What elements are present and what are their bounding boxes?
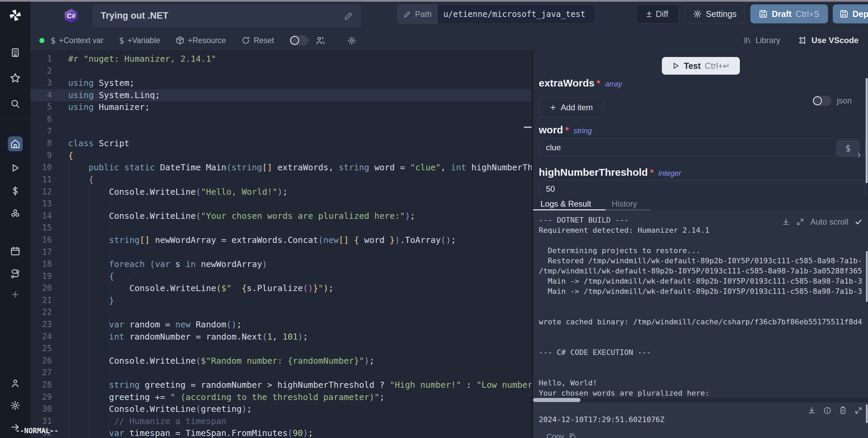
download-icon[interactable] xyxy=(808,406,816,415)
add-variable-button[interactable]: $ +Variable xyxy=(119,36,160,45)
editor-settings-gear-icon[interactable] xyxy=(347,36,356,45)
code-line[interactable] xyxy=(68,198,532,210)
highnumberthreshold-input[interactable] xyxy=(539,180,865,197)
test-button[interactable]: TestCtrl+↵ xyxy=(662,57,740,75)
code-line[interactable]: Console.WriteLine(greeting); xyxy=(68,403,532,415)
code-line[interactable]: Console.WriteLine("Your chosen words are… xyxy=(68,210,532,222)
sidebar-item-flows-route-icon[interactable] xyxy=(8,267,23,282)
json-toggle[interactable] xyxy=(812,96,831,106)
code-line[interactable]: foreach (var s in newWordArray) xyxy=(68,258,532,270)
code-line[interactable]: using Humanizer; xyxy=(68,101,532,113)
code-line[interactable] xyxy=(68,343,532,355)
diff-icon: ± xyxy=(647,9,652,19)
code-line[interactable] xyxy=(68,222,532,234)
line-number-gutter: 1234567891011121314151617181920212223242… xyxy=(31,53,56,438)
edit-pencil-icon[interactable] xyxy=(344,12,353,20)
code-line[interactable]: #r "nuget: Humanizer, 2.14.1" xyxy=(68,53,532,65)
workspace-building-icon[interactable] xyxy=(8,45,23,60)
sidebar-item-resources[interactable] xyxy=(8,206,23,221)
panel-vertical-scrollbar[interactable] xyxy=(866,78,868,183)
word-input[interactable] xyxy=(539,138,865,157)
add-resource-button[interactable]: +Resource xyxy=(176,36,226,45)
logs-output[interactable]: --- DOTNET BUILD ---Requirement detected… xyxy=(533,210,868,398)
code-line[interactable]: { xyxy=(68,270,532,283)
expand-icon[interactable] xyxy=(796,218,804,226)
tab-logs-result[interactable]: Logs & Result xyxy=(540,199,591,209)
field-type: array xyxy=(605,80,622,89)
overview-ruler-marker[interactable] xyxy=(524,127,532,128)
code-line[interactable]: string greeting = randomNumber > highNum… xyxy=(68,379,532,391)
copy-button[interactable]: Copy xyxy=(547,432,576,438)
code-line[interactable]: var timespan = TimeSpan.FromMinutes(90); xyxy=(68,427,532,438)
draft-button[interactable]: DraftCtrl+S xyxy=(750,4,828,23)
copy-icon xyxy=(569,433,576,438)
code-line[interactable]: string[] newWordArray = extraWords.Conca… xyxy=(68,234,532,246)
logs-vertical-scrollbar[interactable] xyxy=(866,251,868,302)
field-label-word: word* string xyxy=(539,124,592,136)
code-line[interactable]: using System; xyxy=(68,77,532,89)
check-icon[interactable] xyxy=(854,218,863,226)
sidebar-item-schedules[interactable] xyxy=(8,244,23,259)
script-title-input[interactable]: Trying out .NET xyxy=(93,4,361,27)
use-vscode-button[interactable]: Use VScode xyxy=(798,36,859,45)
logs-controls: Auto scroll xyxy=(782,217,863,227)
code-line[interactable]: using System.Linq; xyxy=(68,89,532,101)
logs-horizontal-scrollbar[interactable] xyxy=(533,398,868,402)
download-icon[interactable] xyxy=(782,218,790,226)
sidebar-item-variables[interactable] xyxy=(8,184,23,198)
code-line[interactable] xyxy=(68,246,532,259)
package-icon xyxy=(176,36,184,45)
deploy-button[interactable]: Deploy xyxy=(833,4,868,23)
sidebar-item-add[interactable] xyxy=(8,287,23,302)
windmill-logo[interactable] xyxy=(8,8,23,23)
sidebar-item-runs[interactable] xyxy=(8,160,23,175)
code-line[interactable] xyxy=(68,367,532,379)
scrollbar-thumb[interactable] xyxy=(533,398,580,402)
add-context-var-button[interactable]: $ +Context var xyxy=(51,36,103,45)
settings-gear-icon[interactable] xyxy=(8,398,23,413)
sidebar-divider xyxy=(0,119,31,119)
sidebar-item-home[interactable] xyxy=(8,136,23,151)
code-line[interactable]: int randomNumber = random.Next(1, 101); xyxy=(68,331,532,343)
code-content[interactable]: #r "nuget: Humanizer, 2.14.1"using Syste… xyxy=(68,53,532,438)
code-line[interactable]: Console.WriteLine($"Random number: {rand… xyxy=(68,355,532,367)
code-line[interactable]: class Script xyxy=(68,137,532,150)
path-field[interactable]: Path u/etienne/microsoft_java_test xyxy=(397,4,596,24)
line-number: 18 xyxy=(31,258,56,270)
reset-button[interactable]: Reset xyxy=(241,36,274,45)
code-line[interactable] xyxy=(68,126,532,138)
code-line[interactable]: { xyxy=(68,174,532,186)
collaborators-users-icon[interactable] xyxy=(315,35,326,45)
expand-icon[interactable] xyxy=(854,406,863,415)
diff-button[interactable]: ± Diff xyxy=(636,4,679,23)
result-vertical-scrollbar[interactable] xyxy=(866,404,868,423)
code-line[interactable]: greeting += " (according to the threshol… xyxy=(68,391,532,403)
add-item-button[interactable]: Add item xyxy=(539,98,603,117)
settings-button[interactable]: Settings xyxy=(685,4,745,23)
diff-mode-toggle[interactable] xyxy=(290,35,309,45)
search-icon[interactable] xyxy=(8,96,23,111)
user-account-icon[interactable] xyxy=(8,376,23,391)
log-line: wrote cached binary: /tmp/windmill/cache… xyxy=(539,317,862,327)
log-line: /tmp/windmill/wk-default-89p2b-I0Y5P/019… xyxy=(539,266,862,276)
clipboard-icon[interactable] xyxy=(839,406,847,415)
code-line[interactable]: Console.WriteLine("Hello, World!"); xyxy=(68,186,532,198)
code-line[interactable]: // Humanize a timespan xyxy=(68,415,532,427)
tab-history[interactable]: History xyxy=(612,199,637,209)
info-icon[interactable] xyxy=(823,406,831,415)
code-line[interactable]: public static DateTime Main(string[] ext… xyxy=(68,161,532,174)
code-line[interactable]: { xyxy=(68,150,532,162)
code-line[interactable]: } xyxy=(68,294,532,307)
code-line[interactable] xyxy=(68,65,532,77)
code-line[interactable] xyxy=(68,306,532,319)
code-editor[interactable]: 1234567891011121314151617181920212223242… xyxy=(31,50,532,438)
line-number: 6 xyxy=(31,113,56,126)
line-number: 11 xyxy=(31,174,56,186)
code-line[interactable]: var random = new Random(); xyxy=(68,319,532,331)
insert-variable-dollar-button[interactable]: $ xyxy=(836,140,860,156)
library-button[interactable]: Library xyxy=(743,36,780,45)
code-line[interactable] xyxy=(68,113,532,126)
code-line[interactable]: Console.WriteLine($" {s.Pluralize()}"); xyxy=(68,282,532,294)
field-label-extrawords: extraWords* array xyxy=(539,77,622,89)
favorites-star-icon[interactable] xyxy=(8,71,23,85)
